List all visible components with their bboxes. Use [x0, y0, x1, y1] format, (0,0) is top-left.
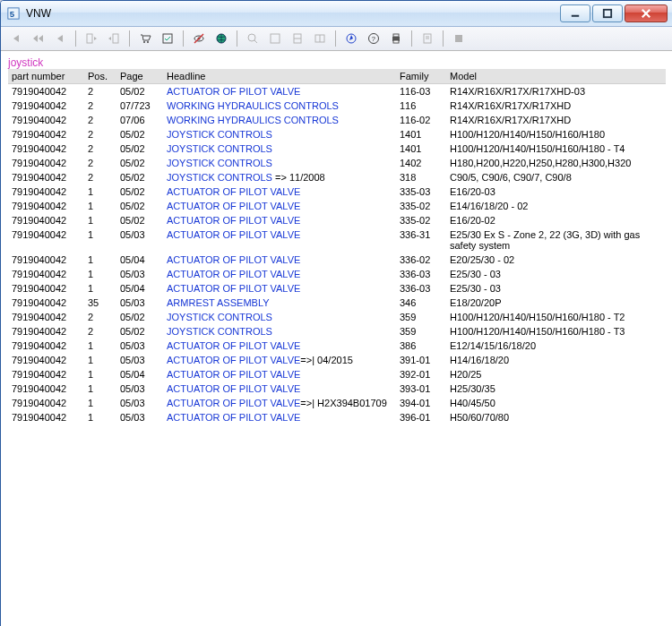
table-row[interactable]: 7919040042105/03ACTUATOR OF PILOT VALVE3…: [8, 267, 666, 281]
close-button[interactable]: [625, 4, 668, 22]
svg-rect-10: [163, 34, 172, 43]
table-row[interactable]: 7919040042205/02JOYSTICK CONTROLS1402H18…: [8, 156, 666, 170]
cell-headline[interactable]: ACTUATOR OF PILOT VALVE: [163, 227, 396, 253]
cell-headline[interactable]: ACTUATOR OF PILOT VALVE: [163, 267, 396, 281]
col-family[interactable]: Family: [396, 69, 446, 84]
cell-headline[interactable]: ACTUATOR OF PILOT VALVE: [163, 281, 396, 296]
cell-headline[interactable]: ACTUATOR OF PILOT VALVE: [163, 339, 396, 353]
cell-headline[interactable]: ACTUATOR OF PILOT VALVE: [163, 253, 396, 267]
cell-page: 05/02: [116, 127, 163, 141]
globe-icon[interactable]: [211, 28, 232, 49]
cell-headline[interactable]: WORKING HYDRAULICS CONTROLS: [163, 113, 396, 127]
cell-pos: 1: [84, 199, 116, 213]
cell-headline[interactable]: ACTUATOR OF PILOT VALVE: [163, 184, 396, 199]
cell-partnumber: 7919040042: [8, 339, 84, 353]
cell-headline[interactable]: ACTUATOR OF PILOT VALVE=>| 04/2015: [163, 353, 396, 367]
cell-family: 116: [396, 99, 446, 113]
col-headline[interactable]: Headline: [163, 69, 396, 84]
prev-icon[interactable]: [49, 28, 71, 49]
cell-model: H100/H120/H140/H150/H160/H180 - T2: [446, 310, 666, 324]
cell-family: 346: [396, 296, 446, 310]
cell-partnumber: 7919040042: [8, 141, 84, 156]
table-row[interactable]: 7919040042105/04ACTUATOR OF PILOT VALVE3…: [8, 367, 666, 382]
zoom-icon[interactable]: [242, 28, 263, 49]
page-width-icon[interactable]: [287, 28, 308, 49]
help-icon[interactable]: ?: [363, 28, 384, 49]
bookmark-in-icon[interactable]: [81, 28, 102, 49]
col-page[interactable]: Page: [116, 69, 163, 84]
cell-headline[interactable]: ACTUATOR OF PILOT VALVE: [163, 367, 396, 382]
table-row[interactable]: 7919040042205/02ACTUATOR OF PILOT VALVE1…: [8, 84, 666, 99]
bookmark-out-icon[interactable]: [103, 28, 125, 49]
table-row[interactable]: 7919040042105/04ACTUATOR OF PILOT VALVE3…: [8, 281, 666, 296]
cell-pos: 1: [84, 227, 116, 253]
table-row[interactable]: 7919040042105/03ACTUATOR OF PILOT VALVE3…: [8, 339, 666, 353]
print-icon[interactable]: [385, 28, 407, 49]
table-row[interactable]: 7919040042105/03ACTUATOR OF PILOT VALVE3…: [8, 227, 666, 253]
table-row[interactable]: 7919040042205/02JOYSTICK CONTROLS1401H10…: [8, 127, 666, 141]
eye-off-icon[interactable]: [188, 28, 210, 49]
cell-headline[interactable]: ACTUATOR OF PILOT VALVE: [163, 199, 396, 213]
table-row[interactable]: 7919040042205/02JOYSTICK CONTROLS => 11/…: [8, 170, 666, 184]
table-row[interactable]: 79190400423505/03ARMREST ASSEMBLY346E18/…: [8, 296, 666, 310]
table-row[interactable]: 7919040042105/02ACTUATOR OF PILOT VALVE3…: [8, 199, 666, 213]
table-row[interactable]: 7919040042205/02JOYSTICK CONTROLS359H100…: [8, 310, 666, 324]
cell-partnumber: 7919040042: [8, 382, 84, 396]
cell-headline[interactable]: JOYSTICK CONTROLS: [163, 141, 396, 156]
cell-model: H100/H120/H140/H150/H160/H180: [446, 127, 666, 141]
notes-icon[interactable]: [417, 28, 438, 49]
cell-headline[interactable]: WORKING HYDRAULICS CONTROLS: [163, 99, 396, 113]
table-row[interactable]: 7919040042207/06WORKING HYDRAULICS CONTR…: [8, 113, 666, 127]
compass-icon[interactable]: [340, 28, 362, 49]
cell-partnumber: 7919040042: [8, 396, 84, 410]
table-row[interactable]: 7919040042205/02JOYSTICK CONTROLS359H100…: [8, 324, 666, 339]
page-reset-icon[interactable]: [309, 28, 331, 49]
minimize-button[interactable]: [560, 4, 590, 22]
cell-page: 05/02: [116, 84, 163, 99]
cell-headline[interactable]: JOYSTICK CONTROLS: [163, 156, 396, 170]
first-icon[interactable]: [4, 28, 26, 49]
cell-family: 359: [396, 310, 446, 324]
cell-page: 05/02: [116, 213, 163, 227]
cell-headline[interactable]: JOYSTICK CONTROLS: [163, 324, 396, 339]
cell-headline[interactable]: ACTUATOR OF PILOT VALVE: [163, 84, 396, 99]
cell-family: 391-01: [396, 353, 446, 367]
table-row[interactable]: 7919040042105/03ACTUATOR OF PILOT VALVE=…: [8, 396, 666, 410]
cell-family: 335-02: [396, 213, 446, 227]
cart-icon[interactable]: [134, 28, 156, 49]
cell-partnumber: 7919040042: [8, 267, 84, 281]
cell-page: 07/723: [116, 99, 163, 113]
cell-family: 116-02: [396, 113, 446, 127]
cell-headline[interactable]: ACTUATOR OF PILOT VALVE: [163, 410, 396, 424]
table-row[interactable]: 7919040042105/03ACTUATOR OF PILOT VALVE=…: [8, 353, 666, 367]
prev-fast-icon[interactable]: [27, 28, 48, 49]
col-partnumber[interactable]: part number: [8, 69, 84, 84]
cell-headline[interactable]: ACTUATOR OF PILOT VALVE=>| H2X394B01709: [163, 396, 396, 410]
maximize-button[interactable]: [592, 4, 623, 22]
table-row[interactable]: 7919040042105/03ACTUATOR OF PILOT VALVE3…: [8, 410, 666, 424]
col-pos[interactable]: Pos.: [84, 69, 116, 84]
table-row[interactable]: 7919040042105/02ACTUATOR OF PILOT VALVE3…: [8, 213, 666, 227]
table-row[interactable]: 7919040042105/02ACTUATOR OF PILOT VALVE3…: [8, 184, 666, 199]
cell-page: 05/03: [116, 410, 163, 424]
table-row[interactable]: 7919040042207/723WORKING HYDRAULICS CONT…: [8, 99, 666, 113]
svg-line-16: [254, 40, 257, 43]
cell-headline[interactable]: ARMREST ASSEMBLY: [163, 296, 396, 310]
cell-headline[interactable]: JOYSTICK CONTROLS => 11/2008: [163, 170, 396, 184]
cell-headline[interactable]: ACTUATOR OF PILOT VALVE: [163, 213, 396, 227]
cell-headline[interactable]: ACTUATOR OF PILOT VALVE: [163, 382, 396, 396]
cell-family: 336-03: [396, 267, 446, 281]
cell-headline[interactable]: JOYSTICK CONTROLS: [163, 310, 396, 324]
cell-headline[interactable]: JOYSTICK CONTROLS: [163, 127, 396, 141]
page-fit-icon[interactable]: [264, 28, 286, 49]
table-row[interactable]: 7919040042205/02JOYSTICK CONTROLS1401H10…: [8, 141, 666, 156]
table-row[interactable]: 7919040042105/04ACTUATOR OF PILOT VALVE3…: [8, 253, 666, 267]
cell-partnumber: 7919040042: [8, 113, 84, 127]
check-icon[interactable]: [157, 28, 178, 49]
svg-point-8: [143, 41, 145, 43]
cell-pos: 2: [84, 310, 116, 324]
cell-family: 386: [396, 339, 446, 353]
table-row[interactable]: 7919040042105/03ACTUATOR OF PILOT VALVE3…: [8, 382, 666, 396]
stop-icon[interactable]: [448, 28, 470, 49]
col-model[interactable]: Model: [446, 69, 666, 84]
